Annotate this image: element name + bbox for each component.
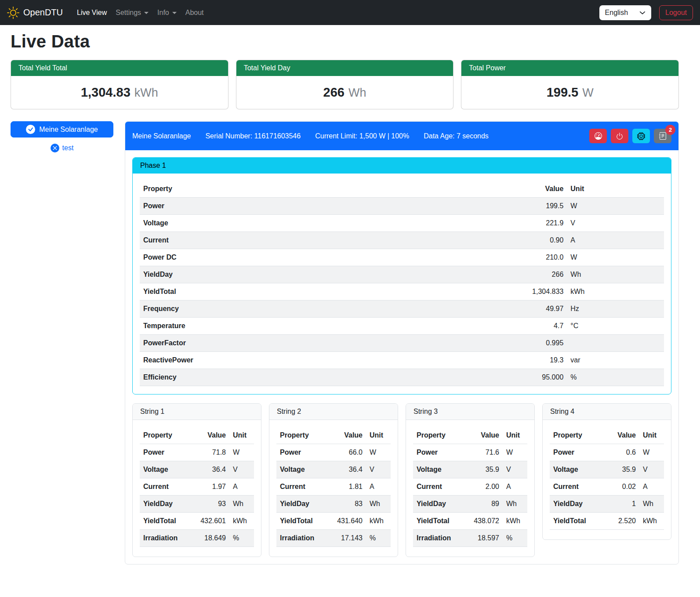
chevron-down-icon bbox=[639, 10, 646, 16]
nav-about-label: About bbox=[185, 9, 204, 17]
table-row: Efficiency95.000% bbox=[140, 369, 664, 386]
device-info-button[interactable] bbox=[632, 129, 650, 143]
language-select[interactable]: English bbox=[599, 5, 651, 20]
property-cell: YieldTotal bbox=[276, 513, 326, 530]
property-cell: Voltage bbox=[276, 461, 326, 478]
card-title: Total Power bbox=[461, 60, 678, 76]
unit-cell: V bbox=[639, 461, 664, 478]
strings-row: String 1 Property Value Unit bbox=[132, 403, 671, 557]
property-cell: Voltage bbox=[140, 215, 395, 232]
nav-about[interactable]: About bbox=[181, 5, 208, 20]
unit-cell: A bbox=[639, 478, 664, 496]
brand-label: OpenDTU bbox=[23, 7, 63, 18]
value-cell: 432.601 bbox=[190, 513, 229, 530]
value-cell: 4.7 bbox=[395, 318, 567, 335]
table-row: Current1.81A bbox=[276, 478, 391, 496]
unit-cell: W bbox=[229, 444, 254, 461]
string-card-4: String 4 Property Value Unit bbox=[542, 403, 671, 540]
property-cell: YieldDay bbox=[276, 496, 326, 513]
power-button[interactable] bbox=[611, 129, 628, 143]
property-cell: Power bbox=[413, 444, 463, 461]
value-cell: 1.97 bbox=[190, 478, 229, 496]
inverter-select-label: Meine Solaranlage bbox=[39, 126, 98, 134]
value-cell: 210.0 bbox=[395, 249, 567, 266]
unit-cell: var bbox=[567, 352, 664, 369]
caret-down-icon bbox=[172, 12, 177, 14]
navbar-right: English Logout bbox=[599, 5, 693, 20]
value-cell: 18.597 bbox=[463, 530, 503, 547]
check-circle-icon bbox=[26, 125, 35, 134]
nav-live-view[interactable]: Live View bbox=[73, 5, 111, 20]
unit-cell bbox=[567, 335, 664, 352]
card-unit: kWh bbox=[134, 86, 158, 99]
table-row: Power199.5W bbox=[140, 198, 664, 215]
card-unit: Wh bbox=[348, 86, 366, 99]
column-property: Property bbox=[550, 427, 605, 444]
property-cell: Irradiation bbox=[413, 530, 463, 547]
unit-cell: kWh bbox=[639, 513, 664, 530]
nav-info[interactable]: Info bbox=[153, 5, 181, 20]
value-cell: 0.6 bbox=[605, 444, 639, 461]
table-row: Temperature4.7°C bbox=[140, 318, 664, 335]
table-header-row: Property Value Unit bbox=[413, 427, 527, 444]
value-cell: 71.8 bbox=[190, 444, 229, 461]
value-cell: 49.97 bbox=[395, 300, 567, 318]
column-value: Value bbox=[326, 427, 366, 444]
nav-live-view-label: Live View bbox=[77, 9, 107, 17]
unit-cell: W bbox=[567, 198, 664, 215]
string-table: Property Value Unit Power66.0WVoltage36.… bbox=[276, 427, 391, 547]
inverter-test-label: test bbox=[62, 144, 74, 152]
table-row: Power DC210.0W bbox=[140, 249, 664, 266]
column-value: Value bbox=[605, 427, 639, 444]
logout-button[interactable]: Logout bbox=[659, 5, 693, 20]
nav-settings[interactable]: Settings bbox=[111, 5, 153, 20]
unit-cell: Wh bbox=[503, 496, 527, 513]
property-cell: Power bbox=[550, 444, 605, 461]
string-card-1: String 1 Property Value Unit bbox=[132, 403, 261, 557]
column-unit: Unit bbox=[639, 427, 664, 444]
phase-panel: Phase 1 Property Value Unit Power199.5WV… bbox=[132, 157, 671, 394]
value-cell: 1 bbox=[605, 496, 639, 513]
column-property: Property bbox=[413, 427, 463, 444]
unit-cell: Wh bbox=[366, 496, 391, 513]
property-cell: YieldTotal bbox=[140, 283, 395, 300]
value-cell: 89 bbox=[463, 496, 503, 513]
column-value: Value bbox=[190, 427, 229, 444]
column-unit: Unit bbox=[503, 427, 527, 444]
table-row: Current0.02A bbox=[550, 478, 664, 496]
property-cell: YieldTotal bbox=[413, 513, 463, 530]
string-table: Property Value Unit Power0.6WVoltage35.9… bbox=[550, 427, 664, 530]
unit-cell: kWh bbox=[567, 283, 664, 300]
unit-cell: W bbox=[567, 249, 664, 266]
brand[interactable]: OpenDTU bbox=[7, 7, 63, 19]
table-header-row: Property Value Unit bbox=[140, 181, 664, 198]
value-cell: 66.0 bbox=[326, 444, 366, 461]
string-title: String 2 bbox=[269, 404, 398, 420]
value-cell: 17.143 bbox=[326, 530, 366, 547]
value-cell: 0.90 bbox=[395, 232, 567, 249]
card-value: 266 bbox=[323, 85, 345, 99]
string-title: String 1 bbox=[133, 404, 261, 420]
event-log-button[interactable]: 2 bbox=[654, 129, 671, 143]
table-row: Power66.0W bbox=[276, 444, 391, 461]
unit-cell: kWh bbox=[503, 513, 527, 530]
property-cell: Current bbox=[550, 478, 605, 496]
speedometer-icon bbox=[595, 132, 602, 140]
total-power-card: Total Power 199.5W bbox=[461, 60, 679, 109]
power-icon bbox=[616, 132, 624, 140]
property-cell: Power bbox=[276, 444, 326, 461]
value-cell: 71.6 bbox=[463, 444, 503, 461]
inverter-select-button[interactable]: Meine Solaranlage bbox=[11, 121, 113, 137]
value-cell: 95.000 bbox=[395, 369, 567, 386]
value-cell: 93 bbox=[190, 496, 229, 513]
limit-settings-button[interactable] bbox=[589, 129, 607, 143]
table-row: YieldTotal438.072kWh bbox=[413, 513, 527, 530]
phase-table-body: Power199.5WVoltage221.9VCurrent0.90APowe… bbox=[140, 198, 664, 386]
table-row: Current0.90A bbox=[140, 232, 664, 249]
value-cell: 18.649 bbox=[190, 530, 229, 547]
inverter-data-age: Data Age: 7 seconds bbox=[424, 132, 489, 140]
value-cell: 19.3 bbox=[395, 352, 567, 369]
value-cell: 2.520 bbox=[605, 513, 639, 530]
inverter-name: Meine Solaranlage bbox=[132, 132, 191, 140]
inverter-select-test[interactable]: test bbox=[11, 144, 113, 152]
